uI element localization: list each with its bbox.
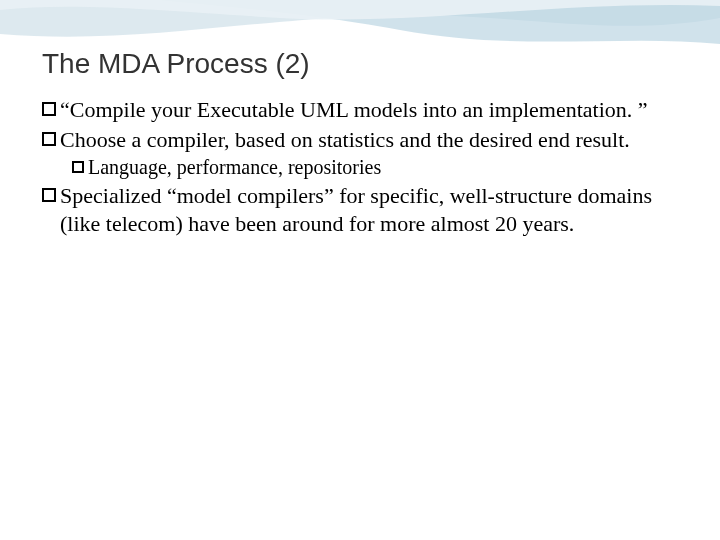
square-bullet-icon [42,132,56,146]
bullet-item: Specialized “model compilers” for specif… [42,182,678,237]
bullet-item: Choose a compiler, based on statistics a… [42,126,678,154]
square-bullet-icon [72,161,84,173]
slide-body: “Compile your Executable UML models into… [42,96,678,239]
sub-bullet-item: Language, performance, repositories [72,155,678,180]
bullet-text: Choose a compiler, based on statistics a… [60,126,678,154]
bullet-text: “Compile your Executable UML models into… [60,96,678,124]
slide-title: The MDA Process (2) [42,48,310,80]
bullet-text: Language, performance, repositories [88,155,678,180]
square-bullet-icon [42,102,56,116]
bullet-item: “Compile your Executable UML models into… [42,96,678,124]
slide: The MDA Process (2) “Compile your Execut… [0,0,720,540]
square-bullet-icon [42,188,56,202]
bullet-text: Specialized “model compilers” for specif… [60,182,678,237]
